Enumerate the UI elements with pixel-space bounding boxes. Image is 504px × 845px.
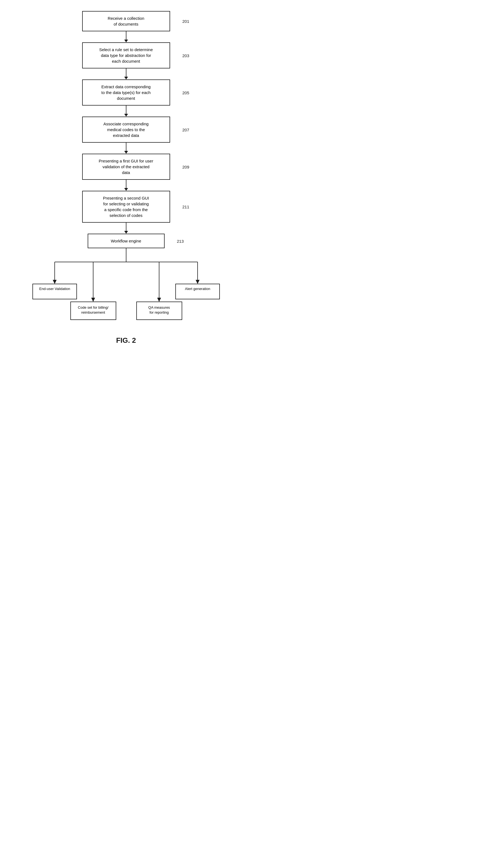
svg-text:Alert generation: Alert generation [185,287,210,291]
branch-arrows-svg: End-user Validation Alert generation Cod… [30,248,222,325]
step-209-container: Presenting a first GUI for user validati… [82,154,170,180]
ref-213: 213 [177,239,184,243]
box-205-text: Extract data corresponding to the data t… [102,84,150,101]
ref-203: 203 [182,53,189,58]
box-203-text: Select a rule set to determine data type… [99,47,153,64]
box-213-text: Workflow engine [111,239,141,243]
box-209-text: Presenting a first GUI for user validati… [98,159,153,175]
box-209: Presenting a first GUI for user validati… [82,154,170,180]
svg-text:Code set for billing/: Code set for billing/ [78,305,109,309]
svg-text:QA measures: QA measures [148,305,170,309]
box-207-text: Associate corresponding medical codes to… [103,122,148,138]
svg-marker-3 [53,280,57,284]
arrow-211-213 [124,223,128,234]
box-205: Extract data corresponding to the data t… [82,79,170,106]
box-201-text: Receive a collection of documents [108,16,144,26]
figure-label: FIG. 2 [116,336,136,345]
box-201: Receive a collection of documents [82,11,170,31]
svg-text:for reporting: for reporting [149,310,168,314]
ref-209: 209 [182,164,189,169]
box-211-text: Presenting a second GUI for selecting or… [103,196,149,218]
arrow-209-211 [124,180,128,191]
step-201-container: Receive a collection of documents 201 [82,11,170,31]
ref-205: 205 [182,90,189,95]
box-213: Workflow engine [88,234,165,248]
flowchart-diagram: Receive a collection of documents 201 Se… [5,11,247,325]
svg-text:reimbursement: reimbursement [81,310,105,314]
svg-text:End-user Validation: End-user Validation [39,287,70,291]
box-207: Associate corresponding medical codes to… [82,116,170,143]
arrow-203-205 [124,69,128,79]
arrow-205-207 [124,106,128,116]
svg-marker-12 [196,280,199,284]
step-211-container: Presenting a second GUI for selecting or… [82,191,170,223]
step-205-container: Extract data corresponding to the data t… [82,79,170,106]
box-211: Presenting a second GUI for selecting or… [82,191,170,223]
step-207-container: Associate corresponding medical codes to… [82,116,170,143]
box-203: Select a rule set to determine data type… [82,42,170,69]
svg-rect-15 [176,284,220,299]
svg-marker-6 [91,298,95,302]
step-213-container: Workflow engine 213 [88,234,165,248]
svg-marker-9 [157,298,161,302]
step-203-container: Select a rule set to determine data type… [82,42,170,69]
ref-201: 201 [182,19,189,24]
ref-207: 207 [182,127,189,132]
ref-211: 211 [182,204,189,209]
arrow-201-203 [124,31,128,42]
arrow-207-209 [124,143,128,154]
svg-rect-13 [33,284,77,299]
